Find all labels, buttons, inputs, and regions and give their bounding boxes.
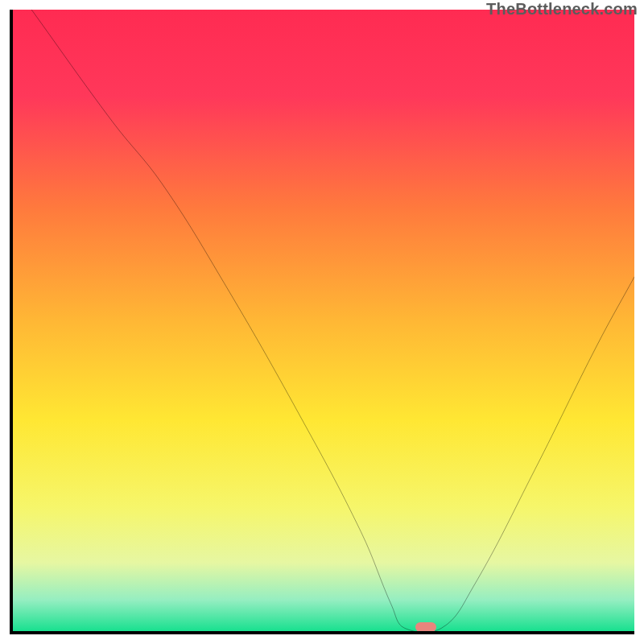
plot-area [10, 10, 634, 634]
optimal-marker [415, 622, 436, 632]
chart-container: TheBottleneck.com [0, 0, 644, 644]
bottleneck-curve [13, 10, 634, 631]
watermark-text: TheBottleneck.com [486, 0, 638, 19]
